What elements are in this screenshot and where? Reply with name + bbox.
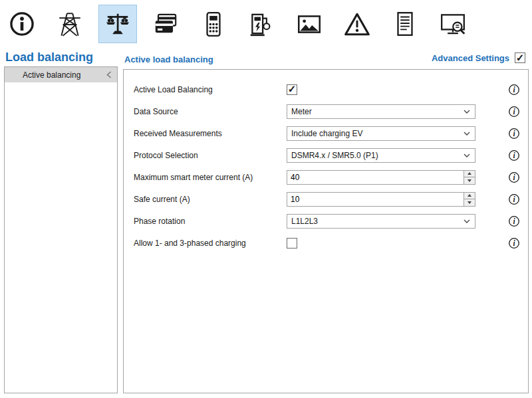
section-title: Active load balancing	[124, 54, 213, 64]
svg-text:i: i	[513, 195, 515, 203]
checkmark: ✓	[516, 52, 525, 62]
active-load-balancing-checkbox[interactable]: ✓	[287, 84, 297, 95]
field-label: Maximum smart meter current (A)	[134, 173, 287, 182]
sidebar: Active balancing	[4, 66, 118, 393]
toolbar-item-log[interactable]	[386, 5, 424, 43]
max-smart-meter-current-value[interactable]	[287, 171, 464, 184]
checkmark: ✓	[288, 84, 297, 94]
svg-text:i: i	[513, 108, 515, 116]
info-icon	[8, 10, 36, 38]
spin-up-button[interactable]	[464, 171, 475, 178]
received-measurements-select[interactable]: Include charging EV	[287, 126, 475, 141]
max-smart-meter-current-input	[287, 170, 475, 185]
document-icon	[391, 10, 419, 38]
svg-text:i: i	[513, 130, 515, 138]
toolbar-item-display[interactable]	[290, 5, 329, 43]
info-icon[interactable]: i	[508, 128, 520, 140]
card-reader-icon	[200, 10, 227, 38]
page-title: Load balancing	[5, 50, 93, 64]
form-row-protocol-selection: Protocol Selection DSMR4.x / SMR5.0 (P1)…	[124, 144, 528, 166]
monitor-search-icon	[439, 10, 467, 38]
form-row-received-measurements: Received Measurements Include charging E…	[124, 122, 528, 144]
info-icon[interactable]: i	[508, 106, 520, 118]
advanced-settings-label: Advanced Settings	[432, 53, 509, 63]
info-icon[interactable]: i	[508, 193, 520, 205]
chevron-down-icon	[464, 153, 470, 157]
safe-current-value[interactable]	[287, 193, 464, 206]
ev-charging-station-icon	[247, 10, 275, 38]
advanced-settings: Advanced Settings ✓	[432, 52, 525, 63]
select-value: Include charging EV	[291, 129, 464, 138]
select-value: L1L2L3	[291, 217, 464, 226]
chevron-left-icon[interactable]	[106, 71, 112, 78]
chevron-down-icon	[464, 219, 470, 223]
toolbar-item-warnings[interactable]	[338, 5, 376, 43]
spin-down-button[interactable]	[464, 177, 475, 184]
field-label: Safe current (A)	[134, 195, 287, 204]
field-label: Data Source	[134, 107, 287, 116]
safe-current-input	[287, 192, 475, 207]
field-label: Received Measurements	[134, 129, 287, 138]
info-icon[interactable]: i	[508, 171, 520, 183]
toolbar-item-info[interactable]	[3, 5, 41, 43]
toolbar-item-charging-station[interactable]	[242, 5, 281, 43]
image-icon	[295, 10, 323, 38]
field-label: Allow 1- and 3-phased charging	[134, 239, 287, 248]
select-value: DSMR4.x / SMR5.0 (P1)	[291, 151, 464, 160]
field-label: Active Load Balancing	[134, 85, 287, 94]
info-icon[interactable]: i	[508, 215, 520, 227]
select-value: Meter	[291, 107, 464, 116]
toolbar-item-payment[interactable]	[146, 5, 185, 43]
form-row-active-load-balancing: Active Load Balancing ✓ i	[124, 78, 528, 100]
svg-text:i: i	[513, 217, 515, 225]
spin-down-button[interactable]	[464, 199, 475, 206]
field-label: Phase rotation	[134, 217, 287, 226]
transmission-tower-icon	[56, 10, 84, 38]
allow-1-3-phased-charging-checkbox[interactable]	[287, 238, 297, 249]
toolbar-item-grid-connection[interactable]	[51, 5, 89, 43]
settings-panel: Active Load Balancing ✓ i Data Source Me…	[123, 69, 529, 393]
field-label: Protocol Selection	[134, 151, 287, 160]
sidebar-item-label: Active balancing	[23, 70, 106, 80]
phase-rotation-select[interactable]: L1L2L3	[287, 214, 475, 229]
toolbar-item-load-balancing[interactable]	[98, 5, 137, 43]
svg-text:i: i	[513, 239, 515, 247]
svg-text:i: i	[513, 173, 515, 181]
advanced-settings-checkbox[interactable]: ✓	[515, 52, 525, 63]
payment-cards-icon	[152, 10, 180, 38]
chevron-down-icon	[464, 132, 470, 136]
form-row-allow-1-3-phased-charging: Allow 1- and 3-phased charging i	[124, 232, 528, 254]
form-row-safe-current: Safe current (A) i	[124, 188, 528, 210]
warning-icon	[343, 10, 371, 38]
form-row-max-smart-meter-current: Maximum smart meter current (A) i	[124, 166, 528, 188]
info-icon[interactable]: i	[508, 149, 520, 161]
load-balancing-icon	[104, 10, 132, 38]
info-icon[interactable]: i	[508, 84, 520, 96]
form-row-data-source: Data Source Meter i	[124, 100, 528, 122]
spin-up-button[interactable]	[464, 193, 475, 200]
spin-buttons	[464, 193, 475, 206]
protocol-selection-select[interactable]: DSMR4.x / SMR5.0 (P1)	[287, 148, 475, 163]
main-toolbar	[3, 3, 481, 45]
chevron-down-icon	[464, 110, 470, 114]
form-row-phase-rotation: Phase rotation L1L2L3 i	[124, 210, 528, 232]
toolbar-item-diagnostics[interactable]	[434, 5, 472, 43]
info-icon[interactable]: i	[508, 237, 520, 249]
toolbar-item-card-reader[interactable]	[194, 5, 233, 43]
spin-buttons	[464, 171, 475, 184]
svg-text:i: i	[513, 86, 515, 94]
data-source-select[interactable]: Meter	[287, 104, 475, 119]
sidebar-item-active-balancing[interactable]: Active balancing	[5, 67, 117, 82]
svg-text:i: i	[513, 151, 515, 159]
